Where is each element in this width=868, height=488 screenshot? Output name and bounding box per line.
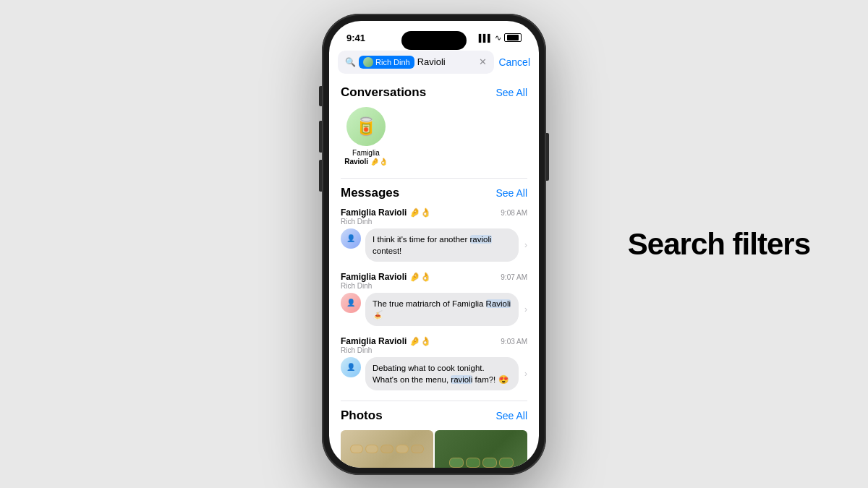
message-from-2: Rich Dinh <box>341 282 431 290</box>
volume-down-button[interactable] <box>319 160 322 192</box>
conv-subtitle: Ravioli 🤌👌 <box>344 158 388 166</box>
wifi-icon: ∿ <box>495 33 501 43</box>
conv-emoji: 🥫 <box>355 116 377 137</box>
message-item-2[interactable]: Famiglia Ravioli 🤌👌 Rich Dinh 9:07 AM 👤 … <box>341 272 527 326</box>
message-bubble-1: I think it's time for another ravioli co… <box>365 228 519 262</box>
messages-see-all[interactable]: See All <box>495 187 527 199</box>
message-sender-2: Famiglia Ravioli 🤌👌 <box>341 272 431 282</box>
conversations-section: Conversations See All 🥫 Famiglia Ravioli… <box>341 85 527 166</box>
message-meta-2: Famiglia Ravioli 🤌👌 Rich Dinh 9:07 AM <box>341 272 527 290</box>
messages-header: Messages See All <box>341 186 527 200</box>
message-meta-1: Famiglia Ravioli 🤌👌 Rich Dinh 9:08 AM <box>341 207 527 226</box>
search-filters-label: Search filters <box>628 226 810 261</box>
message-from-3: Rich Dinh <box>341 346 431 354</box>
chip-avatar <box>363 57 373 67</box>
message-bubble-3: Debating what to cook tonight. What's on… <box>365 357 519 390</box>
sender-avatar-1: 👤 <box>341 228 361 249</box>
photos-see-all[interactable]: See All <box>495 410 527 421</box>
phone-screen: 9:41 ▌▌▌ ∿ 🔍 Rich Dinh Ravioli ✕ <box>329 21 539 468</box>
scene: 9:41 ▌▌▌ ∿ 🔍 Rich Dinh Ravioli ✕ <box>0 0 868 488</box>
divider-2 <box>341 401 527 401</box>
dynamic-island <box>401 31 467 50</box>
message-bubble-row-3: 👤 Debating what to cook tonight. What's … <box>341 357 527 390</box>
search-query-text: Ravioli <box>417 56 446 67</box>
message-bubble-row-2: 👤 The true matriarch of Famiglia Ravioli… <box>341 293 527 326</box>
search-bar[interactable]: 🔍 Rich Dinh Ravioli ✕ Cancel <box>338 51 530 74</box>
search-input-area[interactable]: 🔍 Rich Dinh Ravioli ✕ <box>338 51 494 74</box>
conv-group-name: Famiglia <box>344 149 388 158</box>
highlight-1: ravioli <box>470 235 492 244</box>
photo-visual-1 <box>341 430 433 467</box>
message-bubble-2: The true matriarch of Famiglia Ravioli 🍝 <box>365 293 519 326</box>
status-icons: ▌▌▌ ∿ <box>479 33 522 43</box>
power-button[interactable] <box>546 133 549 181</box>
conversations-header: Conversations See All <box>341 85 527 100</box>
chevron-icon-1: › <box>524 240 527 250</box>
conv-name: Famiglia Ravioli 🤌👌 <box>344 149 388 166</box>
photo-visual-2 <box>435 430 527 467</box>
message-time-3: 9:03 AM <box>501 338 527 346</box>
message-item[interactable]: Famiglia Ravioli 🤌👌 Rich Dinh 9:08 AM 👤 … <box>341 207 527 262</box>
messages-title: Messages <box>341 186 399 200</box>
message-time-1: 9:08 AM <box>501 209 527 217</box>
cancel-button[interactable]: Cancel <box>498 56 530 68</box>
messages-section: Messages See All Famiglia Ravioli 🤌👌 Ric… <box>341 186 527 391</box>
highlight-2: Ravioli <box>486 299 511 308</box>
search-chip[interactable]: Rich Dinh <box>359 56 414 69</box>
signal-icon: ▌▌▌ <box>479 34 492 42</box>
search-icon: 🔍 <box>345 57 356 67</box>
photos-title: Photos <box>341 408 383 423</box>
sender-avatar-3: 👤 <box>341 357 361 377</box>
divider-1 <box>341 178 527 179</box>
phone-frame: 9:41 ▌▌▌ ∿ 🔍 Rich Dinh Ravioli ✕ <box>322 14 546 475</box>
message-from-1: Rich Dinh <box>341 218 431 226</box>
conversations-title: Conversations <box>341 85 426 100</box>
sender-avatar-2: 👤 <box>341 293 361 313</box>
silent-button[interactable] <box>319 86 322 106</box>
message-time-2: 9:07 AM <box>501 273 527 281</box>
volume-up-button[interactable] <box>319 121 322 153</box>
photo-item-2[interactable]: 👤 <box>435 430 527 467</box>
chevron-icon-2: › <box>524 304 527 314</box>
message-meta-3: Famiglia Ravioli 🤌👌 Rich Dinh 9:03 AM <box>341 336 527 354</box>
chevron-icon-3: › <box>524 369 527 379</box>
chip-label: Rich Dinh <box>375 58 410 67</box>
conversations-see-all[interactable]: See All <box>495 87 527 98</box>
conversation-item[interactable]: 🥫 Famiglia Ravioli 🤌👌 <box>341 107 391 166</box>
battery-icon <box>504 33 522 42</box>
message-item-3[interactable]: Famiglia Ravioli 🤌👌 Rich Dinh 9:03 AM 👤 … <box>341 336 527 390</box>
conv-avatar: 🥫 <box>346 107 386 146</box>
highlight-3: ravioli <box>451 375 472 384</box>
clear-icon[interactable]: ✕ <box>479 56 487 67</box>
photos-grid: 👤 <box>341 430 527 467</box>
photo-item-1[interactable] <box>341 430 433 467</box>
photos-header: Photos See All <box>341 408 527 423</box>
message-sender-1: Famiglia Ravioli 🤌👌 <box>341 207 431 218</box>
message-sender-3: Famiglia Ravioli 🤌👌 <box>341 336 431 346</box>
message-bubble-row-1: 👤 I think it's time for another ravioli … <box>341 228 527 262</box>
content-area: Conversations See All 🥫 Famiglia Ravioli… <box>329 81 539 468</box>
photos-section: Photos See All <box>341 408 527 467</box>
status-time: 9:41 <box>346 33 365 43</box>
